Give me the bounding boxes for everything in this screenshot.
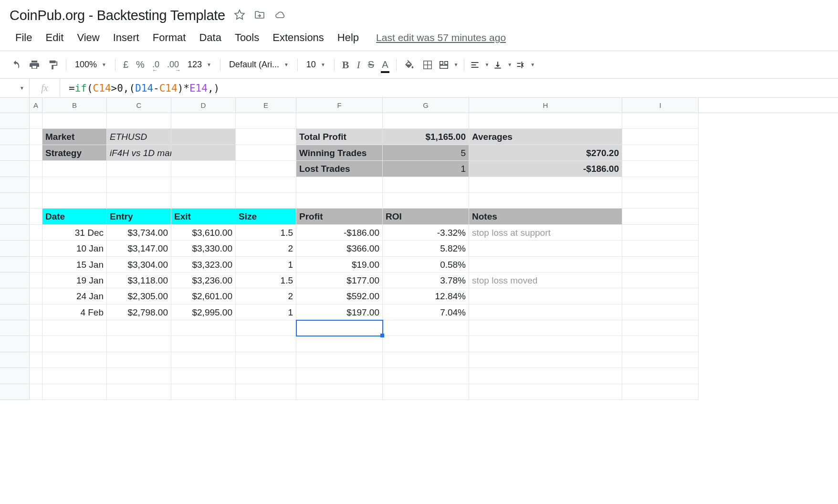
row-header[interactable] — [0, 209, 30, 224]
cell-size[interactable]: 1 — [236, 304, 296, 320]
col-header-b[interactable]: B — [42, 98, 107, 113]
cell[interactable] — [171, 193, 236, 209]
cell[interactable] — [107, 384, 171, 400]
cell[interactable] — [236, 177, 296, 193]
cell[interactable] — [171, 368, 236, 384]
col-header-i[interactable]: I — [622, 98, 699, 113]
cell[interactable] — [171, 177, 236, 193]
percent-button[interactable]: % — [132, 56, 148, 73]
menu-help[interactable]: Help — [332, 30, 365, 46]
cell-date[interactable]: 10 Jan — [42, 241, 107, 256]
cell-roi[interactable]: 5.82% — [383, 241, 469, 256]
italic-button[interactable]: I — [353, 56, 364, 74]
cell-date[interactable]: 19 Jan — [42, 273, 107, 288]
cell[interactable] — [171, 352, 236, 368]
cell[interactable] — [383, 352, 469, 368]
cell-notes[interactable]: stop loss at support — [469, 225, 622, 241]
th-date[interactable]: Date — [42, 209, 107, 224]
cell[interactable] — [469, 352, 622, 368]
cell-lost-value[interactable]: 1 — [383, 161, 469, 177]
cell-entry[interactable]: $2,305.00 — [107, 288, 171, 304]
cell[interactable] — [171, 129, 236, 145]
col-header-e[interactable]: E — [236, 98, 296, 113]
cell[interactable] — [42, 177, 107, 193]
cell[interactable] — [171, 161, 236, 177]
cell[interactable] — [171, 320, 236, 336]
text-wrap-dropdown[interactable]: ▼ — [514, 58, 537, 72]
row-header[interactable] — [0, 193, 30, 209]
cell[interactable] — [236, 113, 296, 129]
cell[interactable] — [30, 209, 42, 224]
cell[interactable] — [469, 336, 622, 352]
cell-exit[interactable]: $3,610.00 — [171, 225, 236, 241]
cell[interactable] — [30, 113, 42, 129]
font-size-dropdown[interactable]: 10▼ — [302, 58, 330, 72]
cell[interactable] — [622, 304, 699, 320]
cell-entry[interactable]: $2,798.00 — [107, 304, 171, 320]
th-exit[interactable]: Exit — [171, 209, 236, 224]
fill-handle[interactable] — [380, 334, 384, 337]
cell-notes[interactable] — [469, 304, 622, 320]
col-header-a[interactable]: A — [30, 98, 42, 113]
row-header[interactable] — [0, 368, 30, 384]
increase-decimals-button[interactable]: .00→ — [163, 57, 183, 73]
row-header[interactable] — [0, 336, 30, 352]
cell-profit[interactable]: $19.00 — [296, 257, 383, 273]
cell[interactable] — [622, 273, 699, 288]
cell[interactable] — [383, 320, 469, 336]
cell[interactable] — [296, 368, 383, 384]
cell[interactable] — [236, 129, 296, 145]
star-icon[interactable] — [234, 9, 245, 22]
borders-button[interactable] — [419, 57, 437, 73]
cell[interactable] — [30, 177, 42, 193]
cell-profit[interactable]: $366.00 — [296, 241, 383, 256]
cell[interactable] — [107, 352, 171, 368]
doc-title[interactable]: CoinPub.org - Backtesting Template — [10, 8, 225, 23]
cell-size[interactable]: 1 — [236, 257, 296, 273]
paint-format-button[interactable] — [44, 57, 62, 73]
cell[interactable] — [30, 288, 42, 304]
cell-winning-value[interactable]: 5 — [383, 145, 469, 161]
row-header[interactable] — [0, 288, 30, 304]
menu-extensions[interactable]: Extensions — [267, 30, 330, 46]
row-header[interactable] — [0, 304, 30, 320]
cell-size[interactable]: 1.5 — [236, 225, 296, 241]
cell-date[interactable]: 24 Jan — [42, 288, 107, 304]
row-header[interactable] — [0, 161, 30, 177]
cell[interactable] — [236, 352, 296, 368]
cell-total-profit-value[interactable]: $1,165.00 — [383, 129, 469, 145]
row-header[interactable] — [0, 225, 30, 241]
cell[interactable] — [236, 161, 296, 177]
cell-entry[interactable]: $3,304.00 — [107, 257, 171, 273]
cell[interactable] — [296, 336, 383, 352]
th-notes[interactable]: Notes — [469, 209, 622, 224]
print-button[interactable] — [25, 56, 44, 74]
cell-profit[interactable]: $592.00 — [296, 288, 383, 304]
menu-insert[interactable]: Insert — [107, 30, 145, 46]
cell-notes[interactable] — [469, 241, 622, 256]
th-roi[interactable]: ROI — [383, 209, 469, 224]
formula-input[interactable]: =if(C14>0,(D14-C14)*E14,) — [60, 83, 838, 94]
cell[interactable] — [42, 336, 107, 352]
menu-tools[interactable]: Tools — [229, 30, 265, 46]
cell-roi[interactable]: -3.32% — [383, 225, 469, 241]
horizontal-align-dropdown[interactable]: ▼ — [468, 58, 491, 72]
cell[interactable] — [622, 129, 699, 145]
menu-format[interactable]: Format — [147, 30, 192, 46]
name-box[interactable]: ▼ — [0, 79, 30, 97]
cell[interactable] — [622, 177, 699, 193]
cell[interactable] — [30, 129, 42, 145]
th-profit[interactable]: Profit — [296, 209, 383, 224]
cell[interactable] — [622, 113, 699, 129]
selected-cell[interactable] — [296, 320, 383, 336]
cell[interactable] — [622, 336, 699, 352]
cell[interactable] — [622, 161, 699, 177]
row-header[interactable] — [0, 320, 30, 336]
col-header-f[interactable]: F — [296, 98, 383, 113]
menu-view[interactable]: View — [71, 30, 105, 46]
cell-market-value[interactable]: ETHUSD — [107, 129, 171, 145]
cell-date[interactable]: 15 Jan — [42, 257, 107, 273]
row-header[interactable] — [0, 113, 30, 129]
cell-roi[interactable]: 7.04% — [383, 304, 469, 320]
vertical-align-dropdown[interactable]: ▼ — [491, 58, 514, 72]
